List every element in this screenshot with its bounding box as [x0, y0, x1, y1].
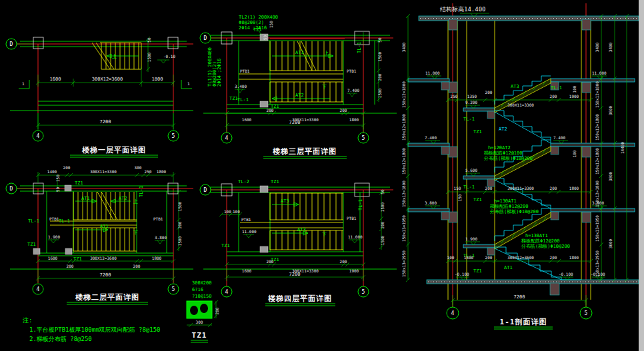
window-scrollbar[interactable]: [639, 0, 644, 351]
dim-label: 150x13=1950: [595, 250, 599, 277]
grid-label-D: D: [204, 35, 207, 41]
dim-label: 3600: [608, 105, 613, 115]
tz1-detail: 300X200 6?16 ?10@150 200 300 TZ1: [187, 280, 219, 342]
dim-label: 1500: [177, 236, 182, 246]
section-1-1: 结构标高14.400 AT3 AT2 AT1 h=120AT2 梯板配筋Φ12@…: [401, 3, 639, 329]
dim-label: 3400: [608, 42, 613, 52]
dim-label: 200: [550, 186, 557, 190]
dim-label: 50: [377, 37, 382, 43]
plan-third-floor: TL2(1) 200X400 Φ8@200(2) 2Φ14 ;2Φ16 TL1(…: [200, 15, 397, 159]
beam-label: TL-1: [463, 184, 475, 190]
dim-label: 150: [457, 194, 462, 201]
flight-label: AT1: [81, 196, 90, 201]
dim-label: 3400: [595, 42, 599, 52]
dim-label: 200: [377, 73, 382, 81]
dim-label: 150x13=1950: [401, 215, 406, 242]
dim-label: 1500: [377, 88, 382, 98]
dim-label: 50: [55, 186, 60, 192]
tz1-spec: 300X200: [192, 280, 212, 286]
platform-label: PTB1: [347, 216, 357, 220]
plan1-linework: [10, 37, 193, 131]
dim-label: 200: [340, 108, 347, 113]
elevation-label: 3.400: [235, 84, 247, 89]
grid-label-4: 4: [37, 133, 40, 139]
platform-label: PTB1: [240, 69, 250, 73]
flight-label: AT2: [119, 196, 127, 201]
beam-note: Φ8@200(2): [239, 20, 264, 25]
dim-total-label: 7200: [100, 119, 111, 125]
dim-label: 250: [145, 169, 152, 174]
flight-note: h=120AT2: [488, 145, 511, 151]
dim-label: 200: [67, 264, 74, 268]
note-line: 1.平台板PTB1板厚100mm双层双向配筋 ?8@150: [29, 326, 161, 333]
beam-label: TL-1: [139, 186, 144, 197]
dim-label: 200: [177, 221, 182, 228]
tz1-spec: 6?16: [192, 287, 203, 292]
dim-label: 150: [55, 175, 60, 182]
dim-label: 1500: [464, 255, 474, 260]
dim-label: 200: [133, 264, 141, 268]
dim-label: 1600: [242, 117, 252, 122]
dim-label: 50: [263, 35, 267, 40]
flight-label: AT3: [511, 84, 519, 89]
dim-label: 150x13=1950: [595, 215, 599, 242]
flight-label: AT3: [281, 198, 289, 204]
dim-label: 300X11=3300: [90, 169, 117, 174]
dim-label: 1500: [380, 235, 385, 245]
dim-total-label: 7200: [100, 272, 111, 278]
beam-label: TL-1: [237, 97, 249, 103]
dim-label: 300X12=3600: [90, 256, 117, 260]
dim-label: 100: [572, 150, 577, 157]
grid-label-D: D: [10, 186, 13, 192]
elevation-label: -0.100: [455, 272, 469, 276]
dim-label: 200: [267, 108, 274, 113]
tz1-label: TZ1: [271, 179, 279, 184]
dim-label: 100: [224, 209, 231, 214]
grid-label-5: 5: [585, 310, 588, 316]
dim-label: 1800: [569, 255, 579, 260]
flight-note: h=130AT1: [525, 233, 548, 238]
platform-label: PTB1: [347, 69, 357, 73]
dim-label: 200: [550, 94, 557, 99]
platform-label: PTB1: [241, 217, 251, 222]
dim-label: 50: [380, 189, 385, 194]
up-direction-label: 上: [133, 199, 138, 204]
tz1-spec: ?10@150: [192, 294, 212, 299]
dim-label: 150x13=1950: [401, 250, 406, 277]
flight-label: AT2: [499, 127, 507, 132]
dim-label: 1600: [50, 77, 61, 82]
elevation-label: 1.900: [48, 234, 60, 239]
dim-label: 1500: [380, 202, 385, 212]
dim-label: 14400: [620, 142, 625, 154]
roof-level-label: 结构标高14.400: [440, 6, 486, 13]
beam-label: TL-2: [238, 179, 249, 184]
elevation-label: 3.800: [425, 200, 437, 205]
section-cut-number: 1: [22, 81, 25, 86]
dim-label: 300X11=3300: [507, 103, 534, 107]
dim-label: 1350: [467, 94, 477, 99]
elevation-label: 11.000: [425, 71, 440, 75]
dim-label: 150: [269, 21, 273, 28]
tz1-title: TZ1: [192, 331, 207, 340]
dim-label: 200: [485, 90, 493, 95]
plan-first-floor: 上 1500 50 -0.10 1600 300X12=3600 1800 72…: [6, 37, 193, 157]
up-direction-label: 上: [324, 51, 329, 56]
dim-label: 100: [233, 209, 240, 214]
dim-label: 1900: [569, 94, 579, 99]
dim-label: 1800: [152, 256, 162, 260]
elevation-label: 11.000: [242, 229, 257, 234]
dim-label: 1500: [377, 51, 382, 61]
dim-label: 250: [451, 94, 458, 99]
dim-label: 200: [550, 255, 557, 260]
dim-label: 1600: [48, 256, 58, 260]
flight-note: 分布筋(梯板)Φ10@200: [483, 156, 533, 161]
section-title: 1-1剖面详图: [500, 318, 547, 326]
dim-label: 1500: [177, 201, 182, 211]
dim-label: 300X12=3600: [92, 77, 123, 82]
tz1-label: TZ1: [473, 197, 482, 202]
tz1-label: TZ1: [221, 243, 230, 248]
dim-label: 3800: [608, 171, 613, 181]
elevation-label: 11.000: [592, 71, 607, 75]
tz1-label: TZ1: [229, 96, 238, 101]
flight-label: AT1: [100, 224, 109, 229]
